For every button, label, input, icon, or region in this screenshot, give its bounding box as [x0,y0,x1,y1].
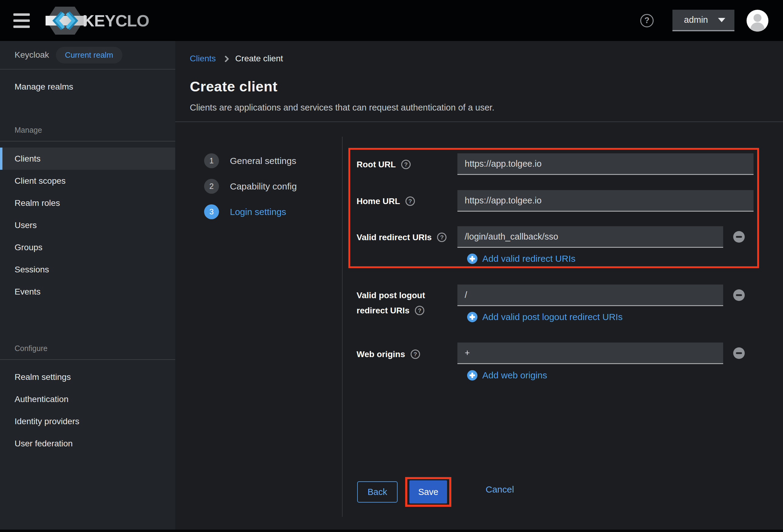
sidebar-item-events[interactable]: Events [0,281,175,303]
sidebar-item-client-scopes[interactable]: Client scopes [0,170,175,192]
page-subtitle: Clients are applications and services th… [190,103,783,113]
post-logout-label-line2: redirect URIs [356,303,409,318]
sidebar-item-authentication[interactable]: Authentication [0,388,175,410]
page-header: Clients Create client Create client Clie… [175,41,783,113]
sidebar-item-user-federation[interactable]: User federation [0,432,175,455]
realm-name-label: Keycloak [14,50,49,60]
step-label: General settings [230,156,296,166]
current-realm-badge[interactable]: Current realm [56,47,122,63]
wizard-step-login-settings[interactable]: 3 Login settings [204,205,286,219]
breadcrumb: Clients Create client [190,52,783,65]
sidebar-item-clients[interactable]: Clients [0,148,175,170]
step-number: 1 [204,153,219,168]
logo-wordmark: KEYCLOAK [83,11,149,30]
plus-circle-icon [467,370,477,380]
sidebar-item-sessions[interactable]: Sessions [0,258,175,281]
wizard-step-general-settings[interactable]: 1 General settings [204,153,296,168]
user-avatar[interactable] [747,10,769,32]
home-url-help-icon[interactable]: ? [405,196,415,206]
save-button[interactable]: Save [409,480,447,503]
user-menu-dropdown[interactable]: admin [672,10,734,31]
sidebar-item-groups[interactable]: Groups [0,236,175,258]
breadcrumb-current: Create client [236,54,283,63]
post-logout-label-line1: Valid post logout [356,288,425,303]
sidebar-item-identity-providers[interactable]: Identity providers [0,410,175,432]
sidebar-heading-configure: Configure [0,337,175,359]
sidebar-heading-manage: Manage [0,119,175,141]
web-origins-label: Web origins [356,347,405,362]
step-label: Login settings [230,207,286,217]
web-origins-input[interactable] [458,343,723,364]
bottom-edge-strip [0,530,783,532]
sidebar-item-realm-roles[interactable]: Realm roles [0,192,175,214]
keycloak-logo[interactable]: KEYCLOAK [45,6,149,35]
realm-switcher: Keycloak Current realm [0,41,175,69]
web-origins-help-icon[interactable]: ? [411,349,420,359]
root-url-label: Root URL [356,157,396,172]
post-logout-redirect-uris-input[interactable] [458,284,723,306]
top-bar: KEYCLOAK ? admin [0,0,783,41]
help-icon[interactable]: ? [640,14,654,27]
valid-redirect-uris-input[interactable] [458,226,723,248]
valid-redirect-uris-help-icon[interactable]: ? [437,232,446,242]
plus-circle-icon [467,312,477,322]
username-label: admin [684,15,708,25]
step-label: Capability config [230,181,297,192]
sidebar-item-users[interactable]: Users [0,214,175,236]
sidebar-item-realm-settings[interactable]: Realm settings [0,366,175,388]
breadcrumb-clients-link[interactable]: Clients [190,54,216,63]
add-post-logout-redirect-uris-link[interactable]: Add valid post logout redirect URIs [467,312,623,322]
post-logout-help-icon[interactable]: ? [415,306,424,315]
root-url-help-icon[interactable]: ? [401,160,411,169]
caret-down-icon [718,18,725,22]
remove-post-logout-uri-button[interactable] [733,289,745,301]
hamburger-menu-icon[interactable] [13,13,30,28]
main-content: Clients Create client Create client Clie… [175,41,783,532]
avatar-person-icon [754,14,761,22]
valid-redirect-uris-label: Valid redirect URIs [356,230,432,245]
add-web-origins-link[interactable]: Add web origins [467,370,547,380]
root-url-input[interactable] [458,153,754,175]
wizard-step-capability-config[interactable]: 2 Capability config [204,179,297,194]
add-valid-redirect-uris-link[interactable]: Add valid redirect URIs [467,254,575,264]
page-title: Create client [190,78,783,95]
divider [175,122,783,122]
back-button[interactable]: Back [357,481,398,503]
remove-redirect-uri-button[interactable] [733,231,745,243]
divider [342,137,343,517]
step-number: 2 [204,179,219,194]
home-url-label: Home URL [356,194,400,209]
step-number: 3 [204,205,219,219]
home-url-input[interactable] [458,190,754,212]
keycloak-admin-console: KEYCLOAK ? admin Keycloak Current realm … [0,0,783,532]
sidebar-item-manage-realms[interactable]: Manage realms [0,75,175,98]
chevron-right-icon [222,56,229,63]
cancel-button[interactable]: Cancel [486,484,514,495]
plus-circle-icon [467,254,477,264]
remove-web-origin-button[interactable] [733,347,745,359]
sidebar-navigation: Keycloak Current realm Manage realms Man… [0,41,175,530]
